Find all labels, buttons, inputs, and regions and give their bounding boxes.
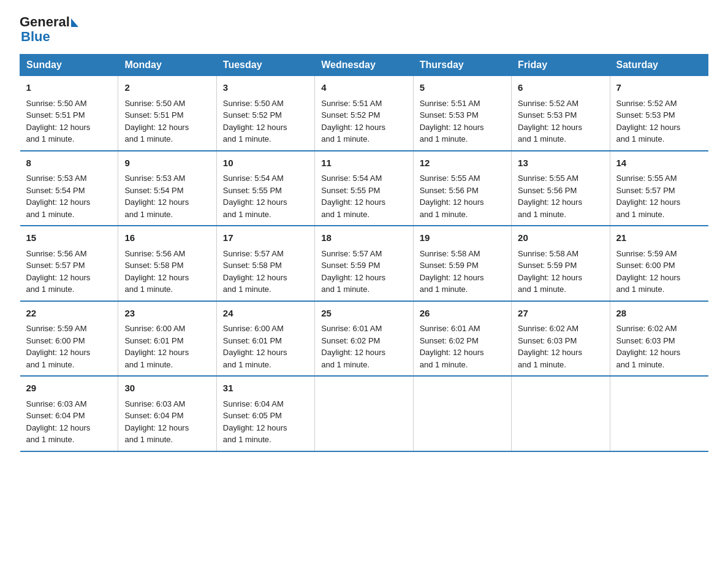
day-info: Sunrise: 5:57 AMSunset: 5:59 PMDaylight:… bbox=[321, 249, 385, 294]
day-cell: 27Sunrise: 6:02 AMSunset: 6:03 PMDayligh… bbox=[512, 301, 610, 377]
day-info: Sunrise: 5:51 AMSunset: 5:52 PMDaylight:… bbox=[321, 99, 385, 144]
day-cell: 29Sunrise: 6:03 AMSunset: 6:04 PMDayligh… bbox=[20, 376, 118, 451]
header-day-saturday: Saturday bbox=[610, 55, 708, 76]
day-info: Sunrise: 5:50 AMSunset: 5:51 PMDaylight:… bbox=[26, 99, 91, 144]
day-number: 29 bbox=[26, 381, 112, 396]
day-number: 24 bbox=[223, 307, 308, 321]
day-info: Sunrise: 6:03 AMSunset: 6:04 PMDaylight:… bbox=[124, 399, 189, 445]
logo: General Blue bbox=[20, 15, 78, 44]
calendar-table: SundayMondayTuesdayWednesdayThursdayFrid… bbox=[20, 54, 708, 452]
day-info: Sunrise: 5:50 AMSunset: 5:52 PMDaylight:… bbox=[223, 99, 287, 144]
day-info: Sunrise: 5:59 AMSunset: 6:00 PMDaylight:… bbox=[26, 324, 91, 369]
day-info: Sunrise: 5:55 AMSunset: 5:56 PMDaylight:… bbox=[420, 174, 484, 219]
day-cell: 11Sunrise: 5:54 AMSunset: 5:55 PMDayligh… bbox=[315, 151, 413, 226]
day-cell: 31Sunrise: 6:04 AMSunset: 6:05 PMDayligh… bbox=[216, 376, 314, 451]
day-info: Sunrise: 5:53 AMSunset: 5:54 PMDaylight:… bbox=[124, 174, 189, 219]
day-cell: 13Sunrise: 5:55 AMSunset: 5:56 PMDayligh… bbox=[512, 151, 610, 226]
day-cell: 25Sunrise: 6:01 AMSunset: 6:02 PMDayligh… bbox=[315, 301, 413, 377]
week-row-1: 1Sunrise: 5:50 AMSunset: 5:51 PMDaylight… bbox=[20, 76, 708, 151]
week-row-3: 15Sunrise: 5:56 AMSunset: 5:57 PMDayligh… bbox=[20, 226, 708, 301]
day-number: 20 bbox=[518, 231, 603, 245]
day-cell: 14Sunrise: 5:55 AMSunset: 5:57 PMDayligh… bbox=[610, 151, 708, 226]
day-number: 7 bbox=[616, 81, 702, 95]
day-info: Sunrise: 5:59 AMSunset: 6:00 PMDaylight:… bbox=[616, 249, 681, 294]
day-info: Sunrise: 5:52 AMSunset: 5:53 PMDaylight:… bbox=[616, 99, 681, 144]
day-number: 23 bbox=[124, 307, 210, 321]
header-row: SundayMondayTuesdayWednesdayThursdayFrid… bbox=[20, 55, 708, 76]
day-cell: 28Sunrise: 6:02 AMSunset: 6:03 PMDayligh… bbox=[610, 301, 708, 377]
week-row-2: 8Sunrise: 5:53 AMSunset: 5:54 PMDaylight… bbox=[20, 151, 708, 226]
day-cell: 22Sunrise: 5:59 AMSunset: 6:00 PMDayligh… bbox=[20, 301, 118, 377]
day-cell bbox=[512, 376, 610, 451]
day-cell: 2Sunrise: 5:50 AMSunset: 5:51 PMDaylight… bbox=[118, 76, 216, 151]
day-cell: 7Sunrise: 5:52 AMSunset: 5:53 PMDaylight… bbox=[610, 76, 708, 151]
header-day-thursday: Thursday bbox=[413, 55, 511, 76]
logo-general: General bbox=[20, 15, 70, 29]
header-day-sunday: Sunday bbox=[20, 55, 118, 76]
day-info: Sunrise: 6:03 AMSunset: 6:04 PMDaylight:… bbox=[26, 399, 91, 445]
day-number: 11 bbox=[321, 156, 406, 170]
day-info: Sunrise: 5:56 AMSunset: 5:58 PMDaylight:… bbox=[124, 249, 189, 294]
day-number: 22 bbox=[26, 307, 112, 321]
page-header: General Blue bbox=[20, 15, 708, 44]
calendar-header: SundayMondayTuesdayWednesdayThursdayFrid… bbox=[20, 55, 708, 76]
day-number: 9 bbox=[124, 156, 210, 170]
day-cell: 4Sunrise: 5:51 AMSunset: 5:52 PMDaylight… bbox=[315, 76, 413, 151]
day-info: Sunrise: 6:00 AMSunset: 6:01 PMDaylight:… bbox=[124, 324, 189, 369]
day-info: Sunrise: 5:53 AMSunset: 5:54 PMDaylight:… bbox=[26, 174, 91, 219]
day-info: Sunrise: 5:50 AMSunset: 5:51 PMDaylight:… bbox=[124, 99, 189, 144]
day-number: 1 bbox=[26, 81, 112, 95]
day-cell: 23Sunrise: 6:00 AMSunset: 6:01 PMDayligh… bbox=[118, 301, 216, 377]
day-cell: 15Sunrise: 5:56 AMSunset: 5:57 PMDayligh… bbox=[20, 226, 118, 301]
day-cell bbox=[413, 376, 511, 451]
day-cell: 12Sunrise: 5:55 AMSunset: 5:56 PMDayligh… bbox=[413, 151, 511, 226]
day-number: 31 bbox=[223, 381, 308, 396]
header-day-friday: Friday bbox=[512, 55, 610, 76]
day-info: Sunrise: 5:54 AMSunset: 5:55 PMDaylight:… bbox=[321, 174, 385, 219]
logo-triangle-icon bbox=[71, 18, 78, 27]
day-info: Sunrise: 5:55 AMSunset: 5:57 PMDaylight:… bbox=[616, 174, 681, 219]
day-cell: 20Sunrise: 5:58 AMSunset: 5:59 PMDayligh… bbox=[512, 226, 610, 301]
day-info: Sunrise: 5:51 AMSunset: 5:53 PMDaylight:… bbox=[420, 99, 484, 144]
day-cell: 8Sunrise: 5:53 AMSunset: 5:54 PMDaylight… bbox=[20, 151, 118, 226]
week-row-5: 29Sunrise: 6:03 AMSunset: 6:04 PMDayligh… bbox=[20, 376, 708, 451]
day-info: Sunrise: 6:04 AMSunset: 6:05 PMDaylight:… bbox=[223, 399, 287, 445]
day-number: 27 bbox=[518, 307, 603, 321]
day-number: 26 bbox=[420, 307, 505, 321]
header-day-tuesday: Tuesday bbox=[216, 55, 314, 76]
header-day-monday: Monday bbox=[118, 55, 216, 76]
day-cell: 9Sunrise: 5:53 AMSunset: 5:54 PMDaylight… bbox=[118, 151, 216, 226]
day-cell: 17Sunrise: 5:57 AMSunset: 5:58 PMDayligh… bbox=[216, 226, 314, 301]
day-cell: 21Sunrise: 5:59 AMSunset: 6:00 PMDayligh… bbox=[610, 226, 708, 301]
day-cell: 5Sunrise: 5:51 AMSunset: 5:53 PMDaylight… bbox=[413, 76, 511, 151]
day-number: 25 bbox=[321, 307, 406, 321]
day-info: Sunrise: 5:52 AMSunset: 5:53 PMDaylight:… bbox=[518, 99, 582, 144]
day-number: 17 bbox=[223, 231, 308, 245]
day-number: 28 bbox=[616, 307, 702, 321]
day-number: 30 bbox=[124, 381, 210, 396]
day-info: Sunrise: 5:54 AMSunset: 5:55 PMDaylight:… bbox=[223, 174, 287, 219]
day-info: Sunrise: 5:56 AMSunset: 5:57 PMDaylight:… bbox=[26, 249, 91, 294]
day-number: 16 bbox=[124, 231, 210, 245]
day-number: 2 bbox=[124, 81, 210, 95]
day-cell: 24Sunrise: 6:00 AMSunset: 6:01 PMDayligh… bbox=[216, 301, 314, 377]
logo-blue: Blue bbox=[21, 29, 78, 44]
day-info: Sunrise: 6:01 AMSunset: 6:02 PMDaylight:… bbox=[420, 324, 484, 369]
day-info: Sunrise: 5:55 AMSunset: 5:56 PMDaylight:… bbox=[518, 174, 582, 219]
day-info: Sunrise: 6:01 AMSunset: 6:02 PMDaylight:… bbox=[321, 324, 385, 369]
day-cell: 18Sunrise: 5:57 AMSunset: 5:59 PMDayligh… bbox=[315, 226, 413, 301]
day-number: 6 bbox=[518, 81, 603, 95]
day-cell: 1Sunrise: 5:50 AMSunset: 5:51 PMDaylight… bbox=[20, 76, 118, 151]
header-day-wednesday: Wednesday bbox=[315, 55, 413, 76]
day-cell bbox=[315, 376, 413, 451]
calendar-body: 1Sunrise: 5:50 AMSunset: 5:51 PMDaylight… bbox=[20, 76, 708, 451]
day-number: 18 bbox=[321, 231, 406, 245]
day-cell: 10Sunrise: 5:54 AMSunset: 5:55 PMDayligh… bbox=[216, 151, 314, 226]
day-number: 14 bbox=[616, 156, 702, 170]
day-cell: 16Sunrise: 5:56 AMSunset: 5:58 PMDayligh… bbox=[118, 226, 216, 301]
day-info: Sunrise: 6:02 AMSunset: 6:03 PMDaylight:… bbox=[616, 324, 681, 369]
day-cell bbox=[610, 376, 708, 451]
day-cell: 6Sunrise: 5:52 AMSunset: 5:53 PMDaylight… bbox=[512, 76, 610, 151]
day-info: Sunrise: 6:02 AMSunset: 6:03 PMDaylight:… bbox=[518, 324, 582, 369]
day-info: Sunrise: 5:58 AMSunset: 5:59 PMDaylight:… bbox=[518, 249, 582, 294]
